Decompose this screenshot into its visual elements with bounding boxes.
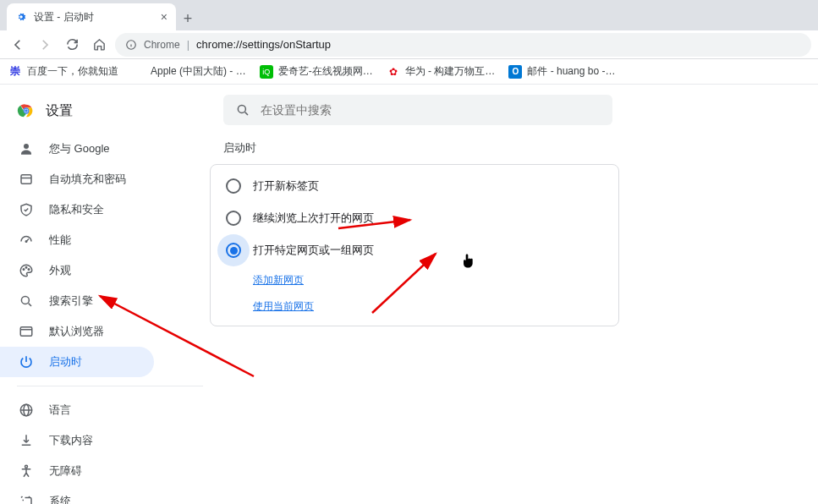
download-icon [19,433,34,448]
speed-icon [19,233,34,248]
sidebar-item-label: 隐私和安全 [49,202,104,217]
sidebar-item-label: 搜索引擎 [49,293,93,309]
new-tab-button[interactable]: + [176,7,200,30]
power-icon [19,354,34,370]
sidebar-item-speed[interactable]: 性能 [0,225,154,255]
settings-sidebar: 设置 您与 Google自动填充和密码隐私和安全性能外观搜索引擎默认浏览器启动时… [0,85,203,504]
baidu-icon: 崇 [8,65,22,79]
sidebar-item-download[interactable]: 下载内容 [0,425,154,456]
sidebar-item-system[interactable]: 系统 [0,486,154,504]
url-text: chrome://settings/onStartup [196,38,331,51]
address-bar[interactable]: Chrome | chrome://settings/onStartup [115,33,811,57]
radio-button[interactable] [226,211,241,226]
sidebar-item-label: 性能 [49,233,71,248]
svg-point-11 [25,241,27,243]
autofill-icon [19,172,34,187]
use-current-link[interactable]: 使用当前网页 [253,299,314,314]
sidebar-item-label: 您与 Google [49,141,110,156]
sidebar-item-accessibility[interactable]: 无障碍 [0,456,154,486]
sidebar-item-power[interactable]: 启动时 [0,347,154,377]
palette-icon [19,263,34,278]
shield-icon [19,202,34,217]
huawei-icon: ✿ [387,65,400,79]
settings-search-input[interactable] [261,103,601,117]
iqiyi-icon: iQ [260,65,273,79]
cursor-icon [462,253,475,266]
search-icon [19,293,34,309]
search-icon [235,102,250,118]
settings-search[interactable] [223,95,612,125]
sidebar-item-label: 默认浏览器 [49,324,104,339]
tab-strip: 设置 - 启动时 × + [0,0,818,30]
url-scheme-label: Chrome [144,39,180,51]
system-icon [19,494,34,504]
tab-title: 设置 - 启动时 [34,10,94,25]
svg-rect-8 [21,175,31,184]
sidebar-item-globe[interactable]: 语言 [0,395,154,425]
svg-point-15 [21,296,29,304]
sidebar-item-label: 启动时 [49,354,82,370]
svg-line-29 [245,112,248,115]
sidebar-item-label: 自动填充和密码 [49,172,126,187]
sidebar-title: 设置 [46,102,73,120]
sidebar-item-person[interactable]: 您与 Google [0,134,154,164]
sidebar-item-label: 下载内容 [49,433,93,448]
sidebar-item-palette[interactable]: 外观 [0,255,154,286]
outlook-icon: O [508,65,522,79]
radio-button[interactable] [226,178,241,194]
forward-button[interactable] [34,34,56,56]
back-button[interactable] [7,34,29,56]
sidebar-item-browser[interactable]: 默认浏览器 [0,316,154,347]
bookmark-item[interactable]: O 邮件 - huang bo -… [508,64,615,79]
sidebar-item-label: 语言 [49,403,71,418]
settings-main: 启动时 打开新标签页 继续浏览上次打开的网页 打开特定网页或一组网页 添加新网页… [203,85,818,504]
startup-card: 打开新标签页 继续浏览上次打开的网页 打开特定网页或一组网页 添加新网页 使用当… [210,164,619,326]
svg-point-22 [25,465,28,468]
svg-rect-17 [20,327,32,337]
bookmark-item[interactable]: Apple (中国大陆) - … [132,64,246,79]
bookmark-item[interactable]: 崇 百度一下，你就知道 [8,64,118,79]
home-button[interactable] [88,34,110,56]
browser-tab[interactable]: 设置 - 启动时 × [7,3,176,30]
apple-icon [132,65,145,79]
sidebar-item-autofill[interactable]: 自动填充和密码 [0,164,154,194]
sidebar-item-shield[interactable]: 隐私和安全 [0,194,154,225]
sidebar-item-label: 系统 [49,494,71,504]
gear-icon [15,11,27,23]
person-icon [19,141,34,156]
sidebar-item-search[interactable]: 搜索引擎 [0,286,154,316]
browser-toolbar: Chrome | chrome://settings/onStartup [0,30,818,59]
radio-button[interactable] [226,243,241,258]
close-tab-icon[interactable]: × [161,10,167,24]
startup-option-newtab[interactable]: 打开新标签页 [211,170,618,202]
info-icon [125,39,137,51]
chrome-logo-icon [17,101,36,120]
section-title: 启动时 [223,140,804,156]
svg-point-6 [25,109,28,112]
sidebar-item-label: 无障碍 [49,463,82,479]
svg-line-16 [29,304,31,306]
startup-option-continue[interactable]: 继续浏览上次打开的网页 [211,202,618,234]
add-page-link[interactable]: 添加新网页 [253,273,304,288]
svg-point-12 [23,269,25,271]
svg-point-7 [24,144,29,149]
bookmark-item[interactable]: iQ 爱奇艺-在线视频网… [260,64,373,79]
bookmarks-bar: 崇 百度一下，你就知道 Apple (中国大陆) - … iQ 爱奇艺-在线视频… [0,59,818,85]
bookmark-item[interactable]: ✿ 华为 - 构建万物互… [387,64,496,79]
reload-button[interactable] [61,34,83,56]
startup-option-specific[interactable]: 打开特定网页或一组网页 [211,234,618,266]
svg-point-13 [25,267,27,269]
globe-icon [19,403,34,418]
accessibility-icon [19,463,34,479]
browser-icon [19,324,34,339]
sidebar-item-label: 外观 [49,263,71,278]
svg-point-28 [238,105,245,112]
sidebar-header: 设置 [0,95,203,134]
sidebar-separator [17,386,203,386]
svg-point-14 [28,269,30,271]
